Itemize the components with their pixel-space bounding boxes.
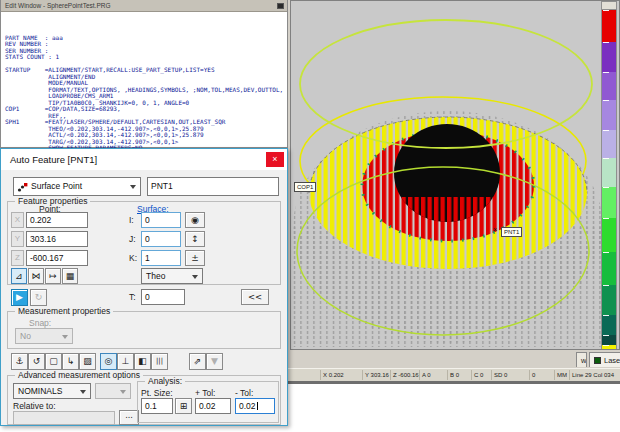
axes-icon: ⊿: [15, 271, 23, 281]
z-input[interactable]: -600.167: [26, 250, 88, 266]
view-tabs: w Laser View: [574, 352, 620, 368]
block-button[interactable]: ◧: [134, 353, 151, 370]
pnt1-marker-icon: ×: [493, 226, 497, 233]
vector-j-button[interactable]: ↕: [185, 231, 205, 247]
z-chip: Z: [11, 250, 24, 266]
secondary-combobox[interactable]: [95, 383, 131, 399]
colorbar-segment: [601, 100, 617, 130]
y-input[interactable]: 303.16: [26, 231, 88, 247]
point-cloud-render[interactable]: [291, 1, 620, 350]
edit-window-title: Edit Window - SpherePointTest.PRG: [5, 2, 111, 9]
relative-to-label: Relative to:: [13, 401, 56, 411]
nominals-value: NOMINALS: [18, 384, 62, 398]
i-input[interactable]: 0: [141, 212, 181, 228]
plus-tol-input[interactable]: 0.02: [195, 398, 231, 414]
status-field: SD 0: [491, 370, 529, 380]
measure-mode-button[interactable]: ⋈: [28, 268, 44, 284]
close-icon[interactable]: ×: [266, 152, 284, 167]
k-label: K:: [129, 253, 137, 263]
vector-j-icon: ↕: [191, 234, 199, 244]
k-input[interactable]: 1: [141, 250, 181, 266]
edit-window-titlebar: Edit Window - SpherePointTest.PRG: [1, 0, 287, 12]
x-chip: X: [11, 212, 24, 228]
dialog-titlebar: Auto Feature [PNT1] ×: [1, 149, 287, 170]
y-chip: Y: [11, 231, 24, 247]
axes-mode-button[interactable]: ⊿: [11, 268, 27, 284]
edit-window: Edit Window - SpherePointTest.PRG PART N…: [0, 0, 288, 148]
status-field: Y 303.16: [362, 370, 390, 380]
j-input[interactable]: 0: [141, 231, 181, 247]
bars-button[interactable]: |||: [151, 353, 168, 370]
status-field: 0: [529, 370, 554, 380]
theo-value: Theo: [146, 269, 165, 283]
minus-tol-input[interactable]: 0.02: [235, 398, 275, 414]
region-button[interactable]: ▢: [45, 353, 62, 370]
feature-name-input[interactable]: PNT1: [147, 177, 279, 196]
offset-mode-button[interactable]: ↦: [45, 268, 61, 284]
x-input[interactable]: 0.202: [26, 212, 88, 228]
chart-button[interactable]: ▨: [79, 353, 96, 370]
chevron-down-icon: [62, 335, 68, 339]
t-input[interactable]: 0: [141, 289, 185, 305]
auto-feature-dialog: Auto Feature [PNT1] × Surface Point PNT1…: [0, 148, 288, 426]
nominals-combobox[interactable]: NOMINALS: [13, 383, 91, 399]
colorbar-segment: [601, 285, 617, 315]
cop1-label[interactable]: COP1: [294, 182, 316, 192]
chart-icon: ▨: [83, 356, 92, 366]
vector-i-button[interactable]: ◉: [185, 212, 205, 228]
target-button[interactable]: ◎: [100, 353, 117, 370]
level-button[interactable]: ⊥: [117, 353, 134, 370]
undo-button[interactable]: ↺: [28, 353, 45, 370]
branch-button[interactable]: ↳: [62, 353, 79, 370]
block-icon: ◧: [138, 356, 147, 366]
browse-button[interactable]: ...: [119, 410, 139, 425]
feature-type-combobox[interactable]: Surface Point: [13, 177, 141, 196]
play-button[interactable]: ▶: [11, 289, 28, 306]
vector-k-button[interactable]: ±: [185, 250, 205, 266]
chevron-down-icon: [192, 275, 198, 279]
status-field: Z -600.167: [390, 370, 419, 380]
grid-mode-button[interactable]: ▦: [62, 268, 78, 284]
pixel-size-icon: ⊞: [180, 401, 188, 411]
t-label: T:: [129, 292, 136, 302]
colorbar-segment: [601, 42, 617, 72]
reset-button[interactable]: ↻: [30, 289, 47, 306]
i-label: I:: [129, 215, 134, 225]
colorbar-header: [601, 1, 617, 10]
tab-graphics-view-partial[interactable]: w: [576, 352, 587, 367]
tab-laser-view[interactable]: Laser View: [589, 352, 620, 367]
measure-icon: ⋈: [32, 271, 41, 281]
status-field: Line 29 Col 034: [569, 370, 617, 380]
anchor-button[interactable]: ⚓: [11, 353, 28, 370]
colorbar-segment: [601, 218, 617, 252]
pixel-size-button[interactable]: ⊞: [175, 398, 192, 414]
surface-point-icon: [17, 182, 28, 193]
reset-icon: ↻: [35, 292, 43, 302]
anchor-icon: ⚓: [15, 356, 23, 366]
laser-view-icon: [594, 357, 601, 364]
filter-icon: ▼: [211, 356, 218, 366]
colorbar-segment: [601, 345, 617, 350]
feature-type-value: Surface Point: [31, 178, 82, 195]
filter-button[interactable]: ▼: [206, 353, 223, 370]
graphics-window: COP1 × PNT1 w Laser View: [287, 0, 620, 368]
edit-window-code[interactable]: PART NAME : aaaREV NUMBER :SER NUMBER :S…: [1, 12, 287, 165]
points-button[interactable]: ⇗: [189, 353, 206, 370]
status-field: A 0: [419, 370, 447, 380]
relative-to-input[interactable]: [13, 411, 115, 425]
status-field: B 0: [447, 370, 471, 380]
deviation-color-scale: [601, 1, 617, 350]
collapse-button[interactable]: <<: [241, 289, 269, 305]
laser-view-viewport[interactable]: COP1 × PNT1: [290, 0, 620, 350]
pnt1-label[interactable]: PNT1: [501, 227, 522, 237]
points-icon: ⇗: [194, 356, 202, 366]
snap-combobox[interactable]: No: [15, 328, 73, 344]
plus-tol-label: + Tol:: [195, 388, 215, 398]
theo-combobox[interactable]: Theo: [141, 268, 203, 284]
pt-size-input[interactable]: 0.1: [141, 398, 173, 414]
tab-partial-label: w: [581, 356, 586, 365]
minus-tol-label: - Tol:: [235, 388, 253, 398]
edit-window-menu-button[interactable]: [277, 3, 284, 9]
colorbar-segment: [601, 10, 617, 42]
snap-value: No: [20, 329, 31, 343]
